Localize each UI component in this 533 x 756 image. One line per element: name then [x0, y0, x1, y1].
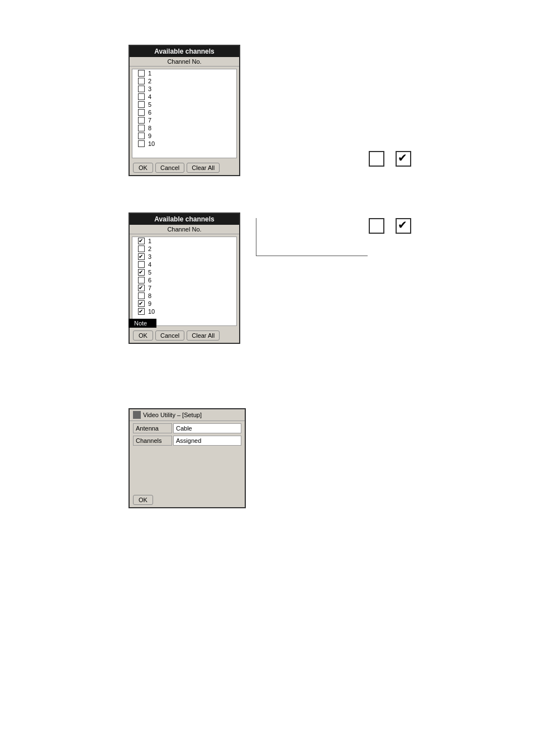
channel-number: 5 — [148, 269, 151, 276]
channels-value: Assigned — [173, 436, 241, 446]
channel-number: 6 — [148, 277, 151, 284]
top-dialog-buttons: OK Cancel Clear All — [130, 160, 239, 175]
checkbox-6[interactable] — [138, 109, 145, 116]
channel-number: 2 — [148, 245, 151, 252]
channel-number: 7 — [148, 117, 151, 124]
large-checked-checkbox-1[interactable] — [396, 151, 411, 167]
ok-button[interactable]: OK — [133, 163, 153, 173]
channel-number: 3 — [148, 253, 151, 260]
channel-number: 4 — [148, 261, 151, 268]
checkbox-b1[interactable] — [138, 238, 145, 244]
channel-number: 2 — [148, 78, 151, 84]
channel-number: 10 — [148, 308, 155, 315]
cancel-button-bottom[interactable]: Cancel — [155, 330, 184, 341]
table-row[interactable]: 6 — [132, 276, 236, 284]
bottom-channel-list[interactable]: 1 2 3 4 5 6 7 8 9 10 — [132, 237, 237, 326]
clear-all-button[interactable]: Clear All — [187, 163, 220, 173]
setup-dialog-title: Video Utility – [Setup] — [143, 412, 202, 418]
callout-vertical-line — [256, 218, 256, 256]
checkbox-3[interactable] — [138, 86, 145, 92]
table-row[interactable]: 8 — [132, 124, 236, 132]
top-dialog-box: Available channels Channel No. 1 2 3 4 5… — [129, 45, 240, 176]
checkbox-b7[interactable] — [138, 285, 145, 291]
table-row[interactable]: 3 — [132, 85, 236, 93]
bottom-dialog-buttons: OK Cancel Clear All — [130, 328, 239, 343]
checkbox-4[interactable] — [138, 93, 145, 100]
checkbox-b10[interactable] — [138, 308, 145, 315]
table-row[interactable]: 6 — [132, 108, 236, 116]
table-row[interactable]: 3 — [132, 253, 236, 261]
checkbox-7[interactable] — [138, 117, 145, 124]
channel-number: 9 — [148, 300, 151, 307]
table-row[interactable]: 2 — [132, 77, 236, 85]
channels-row: Channels Assigned — [133, 436, 241, 446]
channel-number: 7 — [148, 285, 151, 291]
video-utility-icon — [133, 411, 141, 419]
top-dialog-subtitle: Channel No. — [130, 57, 239, 67]
checkbox-b4[interactable] — [138, 261, 145, 268]
setup-ok-button[interactable]: OK — [133, 495, 153, 505]
checkbox-2[interactable] — [138, 78, 145, 84]
channel-number: 8 — [148, 292, 151, 299]
checkbox-pair-2 — [369, 218, 411, 234]
clear-all-button-bottom[interactable]: Clear All — [187, 330, 220, 341]
checkbox-9[interactable] — [138, 133, 145, 139]
channel-number: 4 — [148, 93, 151, 100]
large-checked-checkbox-2[interactable] — [396, 218, 411, 234]
checkbox-8[interactable] — [138, 125, 145, 131]
setup-dialog-titlebar: Video Utility – [Setup] — [130, 409, 245, 421]
table-row[interactable]: 10 — [132, 308, 236, 315]
table-row[interactable]: 5 — [132, 268, 236, 276]
bottom-dialog-title: Available channels — [130, 214, 239, 225]
channel-number: 5 — [148, 101, 151, 108]
setup-dialog-area: Video Utility – [Setup] Antenna Cable Ch… — [129, 408, 246, 508]
channel-number: 10 — [148, 140, 155, 147]
checkbox-10[interactable] — [138, 140, 145, 147]
checkbox-b3[interactable] — [138, 253, 145, 260]
table-row[interactable]: 4 — [132, 93, 236, 101]
large-checkbox-group-1 — [369, 151, 411, 167]
bottom-dialog-subtitle: Channel No. — [130, 225, 239, 234]
table-row[interactable]: 9 — [132, 300, 236, 308]
top-channel-list[interactable]: 1 2 3 4 5 6 7 8 9 10 — [132, 69, 237, 158]
channels-label: Channels — [133, 436, 172, 446]
checkbox-b2[interactable] — [138, 245, 145, 252]
note-label: Note — [129, 319, 156, 328]
checkbox-b6[interactable] — [138, 277, 145, 284]
checkbox-5[interactable] — [138, 101, 145, 108]
setup-ok-area: OK — [130, 493, 245, 507]
channel-number: 8 — [148, 125, 151, 131]
setup-spacer — [130, 448, 245, 493]
top-available-channels-dialog: Available channels Channel No. 1 2 3 4 5… — [129, 45, 240, 176]
table-row[interactable]: 9 — [132, 132, 236, 140]
table-row[interactable]: 1 — [132, 69, 236, 77]
ok-button-bottom[interactable]: OK — [133, 330, 153, 341]
cancel-button[interactable]: Cancel — [155, 163, 184, 173]
top-dialog-title: Available channels — [130, 46, 239, 57]
table-row[interactable]: 4 — [132, 261, 236, 268]
checkbox-b5[interactable] — [138, 269, 145, 276]
table-row[interactable]: 7 — [132, 284, 236, 292]
note-label-area: Note — [129, 319, 156, 328]
checkbox-b8[interactable] — [138, 292, 145, 299]
large-checkbox-group-2 — [369, 218, 411, 234]
channel-number: 3 — [148, 86, 151, 92]
table-row[interactable]: 2 — [132, 245, 236, 253]
table-row[interactable]: 5 — [132, 101, 236, 108]
channel-number: 9 — [148, 133, 151, 139]
table-row[interactable]: 8 — [132, 292, 236, 300]
table-row[interactable]: 7 — [132, 116, 236, 124]
checkbox-pair-1 — [369, 151, 411, 167]
large-unchecked-checkbox-2[interactable] — [369, 218, 384, 234]
table-row[interactable]: 1 — [132, 237, 236, 245]
checkbox-1[interactable] — [138, 70, 145, 77]
channel-number: 1 — [148, 70, 151, 77]
channel-number: 1 — [148, 238, 151, 244]
antenna-label: Antenna — [133, 423, 172, 433]
callout-horizontal-line — [256, 256, 368, 256]
table-row[interactable]: 10 — [132, 140, 236, 148]
antenna-row: Antenna Cable — [133, 423, 241, 433]
large-unchecked-checkbox-1[interactable] — [369, 151, 384, 167]
checkbox-b9[interactable] — [138, 300, 145, 307]
setup-dialog: Video Utility – [Setup] Antenna Cable Ch… — [129, 408, 246, 508]
